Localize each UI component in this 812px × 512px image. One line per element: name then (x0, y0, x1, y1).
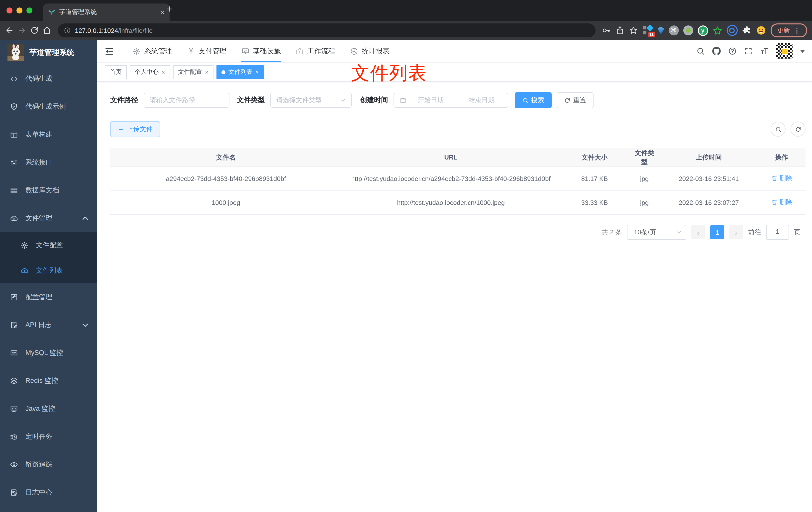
browser-tab-strip: 芋道管理系统 × (0, 0, 812, 21)
active-dot (222, 70, 226, 74)
timer-icon (10, 433, 18, 441)
search-icon[interactable] (696, 47, 705, 55)
extension-command-icon[interactable]: ⌘ (669, 25, 678, 35)
tag-file-list[interactable]: 文件列表× (216, 65, 264, 79)
help-icon[interactable] (728, 47, 737, 55)
sidebar-item-system-api[interactable]: 系统接口 (0, 149, 97, 177)
page-size-select[interactable]: 10条/页 (627, 225, 686, 240)
current-page-button[interactable]: 1 (710, 225, 724, 239)
file-path-input[interactable]: 请输入文件路径 (144, 93, 229, 108)
sidebar-item-java-monitor[interactable]: Java 监控 (0, 395, 97, 423)
font-size-icon[interactable] (760, 47, 768, 55)
back-button[interactable] (5, 26, 14, 35)
end-date-input[interactable]: 结束日期 (461, 96, 502, 105)
share-icon[interactable] (615, 26, 624, 35)
date-range-picker[interactable]: 开始日期 - 结束日期 (394, 93, 508, 108)
sidebar-item-log-center[interactable]: 日志中心 (0, 479, 97, 507)
log-edit-icon (10, 488, 18, 496)
avatar-dropdown-caret-icon[interactable] (800, 50, 805, 53)
nav-workflow[interactable]: 工作流程 (288, 40, 343, 62)
browser-tab[interactable]: 芋道管理系统 × (43, 3, 170, 21)
sidebar-item-redis-monitor[interactable]: Redis 监控 (0, 367, 97, 395)
refresh-table-button[interactable] (790, 122, 806, 137)
delete-button[interactable]: 删除 (771, 173, 792, 183)
shield-check-icon (10, 103, 18, 111)
start-date-input[interactable]: 开始日期 (410, 96, 452, 105)
address-bar[interactable]: 127.0.0.1:1024/infra/file/file (58, 24, 595, 37)
tab-close-icon[interactable]: × (161, 8, 165, 16)
window-minimize-button[interactable] (17, 7, 23, 13)
refresh-icon (795, 126, 801, 132)
sidebar-item-tracing[interactable]: 链路追踪 (0, 451, 97, 479)
tag-close-icon[interactable]: × (162, 68, 165, 76)
sidebar-item-file-config[interactable]: 文件配置 (0, 232, 97, 258)
bookmark-star-icon[interactable] (629, 26, 638, 35)
table-toolbar: 上传文件 (110, 121, 806, 137)
search-button[interactable]: 搜索 (515, 92, 552, 108)
sidebar-item-code-gen-demo[interactable]: 代码生成示例 (0, 93, 97, 121)
extensions-puzzle-icon[interactable] (742, 26, 751, 35)
nav-system-management[interactable]: 系统管理 (125, 40, 179, 62)
tab-favicon-sprout-icon (48, 8, 55, 16)
cell-url: http://test.yudao.iocoder.cn/a294ecb2-73… (342, 167, 560, 191)
sidebar-item-api-log[interactable]: API 日志 (0, 311, 97, 339)
browser-menu-icon[interactable]: ⋮ (794, 27, 800, 34)
github-icon[interactable] (712, 47, 721, 55)
sidebar-item-db-doc[interactable]: 数据库文档 (0, 177, 97, 204)
sidebar-item-scheduled-tasks[interactable]: 定时任务 (0, 423, 97, 451)
window-zoom-button[interactable] (26, 7, 32, 13)
user-avatar[interactable] (776, 43, 792, 59)
toggle-search-button[interactable] (771, 122, 786, 137)
tag-close-icon[interactable]: × (205, 68, 208, 76)
chevron-down-icon (81, 321, 89, 329)
reload-button[interactable] (30, 26, 39, 35)
reset-button[interactable]: 重置 (557, 92, 593, 108)
forward-button[interactable] (18, 26, 26, 35)
extension-tabs-outliner-icon[interactable]: 11 (642, 25, 653, 36)
extension-y-icon[interactable]: y (698, 25, 708, 36)
app-title: 芋道管理系统 (29, 48, 74, 57)
sidebar-item-config-management[interactable]: 配置管理 (0, 283, 97, 311)
extension-recorder-icon[interactable] (683, 25, 693, 35)
sidebar-item-form-builder[interactable]: 表单构建 (0, 121, 97, 149)
delete-button[interactable]: 删除 (771, 197, 792, 207)
main-area: 文件列表 系统管理 支付管理 基础设施 工作流程 统计报表 (97, 40, 812, 512)
extension-gem-icon[interactable] (658, 26, 664, 34)
col-file-name: 文件名 (110, 148, 342, 167)
nav-statistics-report[interactable]: 统计报表 (343, 40, 397, 62)
sidebar-item-code-gen[interactable]: 代码生成 (0, 65, 97, 93)
upload-file-button[interactable]: 上传文件 (110, 121, 160, 137)
window-controls[interactable] (6, 7, 32, 13)
prev-page-button[interactable]: ‹ (691, 225, 705, 239)
sidebar-item-file-management[interactable]: 文件管理 (0, 204, 97, 232)
file-type-select[interactable]: 请选择文件类型 (270, 93, 352, 108)
cell-file-name: a294ecb2-73dd-4353-bf40-296b8931d0bf (110, 167, 342, 191)
sidebar-item-file-list[interactable]: 文件列表 (0, 258, 97, 283)
sidebar-collapse-icon[interactable] (104, 46, 114, 56)
search-icon (522, 97, 529, 103)
new-tab-button[interactable] (166, 5, 174, 13)
site-info-icon[interactable] (64, 27, 71, 34)
chevron-up-icon (81, 214, 89, 222)
extension-star-icon[interactable] (713, 26, 722, 35)
goto-page-input[interactable]: 1 (766, 225, 789, 240)
profile-avatar-emoji[interactable] (756, 25, 766, 35)
tag-home[interactable]: 首页 (105, 65, 127, 79)
trash-icon (771, 199, 777, 205)
sidebar-item-mysql-monitor[interactable]: MySQL 监控 (0, 339, 97, 367)
tag-profile[interactable]: 个人中心× (130, 65, 170, 79)
url-text: 127.0.0.1:1024/infra/file/file (75, 27, 153, 34)
browser-actions: 11 ⌘ y 更新 ⋮ (602, 24, 807, 37)
home-button[interactable] (42, 26, 51, 35)
nav-infrastructure[interactable]: 基础设施 (234, 40, 288, 62)
window-close-button[interactable] (6, 7, 12, 13)
tag-file-config[interactable]: 文件配置× (173, 65, 213, 79)
extension-eye-icon[interactable] (726, 25, 737, 36)
nav-payment-management[interactable]: 支付管理 (179, 40, 234, 62)
next-page-button[interactable]: › (729, 225, 743, 239)
fullscreen-icon[interactable] (744, 47, 753, 55)
update-button[interactable]: 更新 ⋮ (770, 24, 807, 37)
password-key-icon[interactable] (602, 26, 611, 35)
display-chart-icon (10, 405, 18, 413)
tag-close-icon[interactable]: × (255, 68, 259, 76)
